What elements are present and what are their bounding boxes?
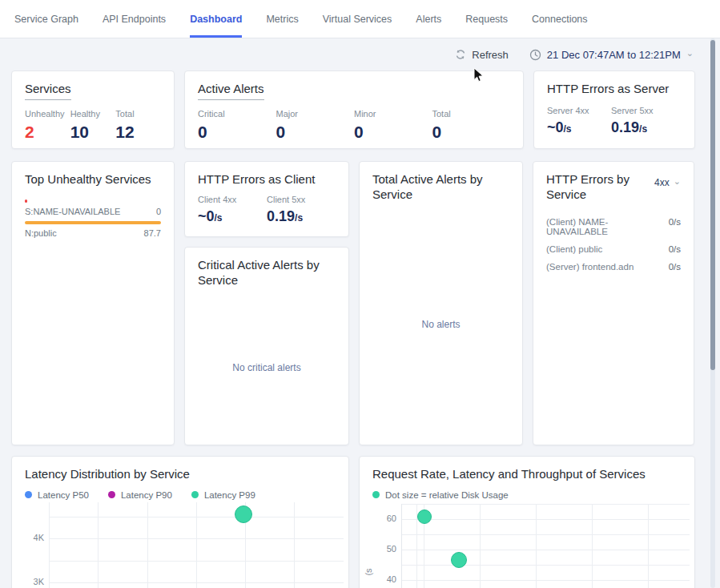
latency-distribution-card: Latency Distribution by Service Latency … <box>11 456 349 588</box>
stat-value: 0 <box>432 123 511 142</box>
tab-api-endpoints[interactable]: API Endpoints <box>103 0 166 38</box>
http-errors-client-card: HTTP Errors as Client Client 4xx ~0/s Cl… <box>184 161 349 237</box>
legend-item-p50[interactable]: Latency P50 <box>25 490 89 500</box>
top-unhealthy-item[interactable]: S:NAME-UNAVAILABLE 0 <box>25 199 161 216</box>
stat-alerts-total: Total 0 <box>432 109 511 142</box>
legend-item-p90[interactable]: Latency P90 <box>108 490 172 500</box>
stat-client-4xx: Client 4xx ~0/s <box>198 195 267 225</box>
stat-value: 0 <box>276 123 355 142</box>
stat-client-5xx: Client 5xx 0.19/s <box>267 195 336 225</box>
error-service-rate: 0/s <box>669 217 681 236</box>
service-score: 87.7 <box>144 228 161 238</box>
clock-icon <box>529 49 541 61</box>
error-service-label: (Server) frontend.adn <box>546 262 634 272</box>
active-alerts-card-title: Active Alerts <box>198 82 264 100</box>
legend-dot <box>191 491 199 498</box>
stat-major: Major 0 <box>276 109 355 142</box>
stat-minor: Minor 0 <box>354 109 432 142</box>
stat-server-5xx: Server 5xx 0.19/s <box>611 106 675 136</box>
error-service-row: (Client) NAME-UNAVAILABLE 0/s <box>546 217 681 236</box>
refresh-label: Refresh <box>472 49 509 61</box>
stat-label: Server 5xx <box>611 106 675 115</box>
stat-label: Client 4xx <box>198 195 267 204</box>
service-name: S:NAME-UNAVAILABLE <box>25 207 120 216</box>
http-errors-server-card: HTTP Errors as Server Server 4xx ~0/s Se… <box>533 70 695 149</box>
scatter-point[interactable] <box>451 552 467 568</box>
error-service-rate: 0/s <box>669 244 681 254</box>
y-axis-tick: 60 <box>369 513 396 523</box>
y-axis-tick: 4K <box>17 533 44 542</box>
chevron-down-icon: ⌄ <box>686 49 694 58</box>
total-alerts-card: Total Active Alerts by Service No alerts <box>359 161 523 445</box>
stat-value: 0 <box>198 123 276 142</box>
stat-label: Critical <box>198 109 276 119</box>
http-errors-client-title: HTTP Errors as Client <box>198 172 336 187</box>
time-range-picker[interactable]: 21 Dec 07:47AM to 12:21PM ⌄ <box>529 49 694 61</box>
stat-value: 10 <box>70 123 116 142</box>
legend-item-disk-usage[interactable]: Dot size = relative Disk Usage <box>372 490 509 500</box>
stat-label: Healthy <box>70 109 116 119</box>
error-service-row: (Client) public 0/s <box>546 244 681 254</box>
stat-value: 0.19/s <box>267 208 336 225</box>
top-unhealthy-title: Top Unhealthy Services <box>25 172 161 187</box>
stat-value: ~0/s <box>198 208 267 225</box>
legend-label: Latency P90 <box>121 490 172 500</box>
tab-service-graph[interactable]: Service Graph <box>14 0 78 38</box>
error-service-rate: 0/s <box>669 262 681 272</box>
stat-label: Server 4xx <box>547 106 611 115</box>
services-card-title: Services <box>25 82 71 100</box>
scatter-point[interactable] <box>235 505 252 523</box>
stat-label: Client 5xx <box>267 195 336 204</box>
stat-critical: Critical 0 <box>198 109 276 142</box>
stat-total: Total 12 <box>115 109 161 142</box>
top-unhealthy-item[interactable]: N:public 87.7 <box>25 221 161 238</box>
stat-value: 0 <box>354 123 432 142</box>
tab-requests[interactable]: Requests <box>465 0 508 38</box>
stat-value: ~0/s <box>547 119 611 136</box>
service-health-bar <box>25 199 27 203</box>
tab-connections[interactable]: Connections <box>532 0 588 38</box>
legend-dot <box>372 491 380 498</box>
stat-healthy: Healthy 10 <box>70 109 116 142</box>
error-type-value: 4xx <box>654 177 670 188</box>
legend-dot <box>108 491 115 498</box>
tab-metrics[interactable]: Metrics <box>266 0 298 38</box>
tab-dashboard[interactable]: Dashboard <box>190 0 242 38</box>
y-axis-tick: 50 <box>369 544 396 554</box>
latency-chart-legend: Latency P50 Latency P90 Latency P99 <box>25 490 336 500</box>
services-card: Services Unhealthy 2 Healthy 10 Total 12 <box>11 70 175 149</box>
stat-value: 0.19/s <box>611 119 675 136</box>
scrollbar-thumb[interactable] <box>710 40 715 370</box>
error-service-label: (Client) NAME-UNAVAILABLE <box>546 217 669 236</box>
refresh-button[interactable]: Refresh <box>455 49 509 61</box>
latency-scatter-plot <box>49 502 344 588</box>
refresh-icon <box>455 49 466 60</box>
latency-chart-title: Latency Distribution by Service <box>25 467 336 482</box>
critical-alerts-title: Critical Active Alerts by Service <box>198 258 326 288</box>
tab-alerts[interactable]: Alerts <box>416 0 441 38</box>
legend-label: Latency P99 <box>204 490 255 500</box>
scatter-point[interactable] <box>417 509 432 524</box>
legend-label: Dot size = relative Disk Usage <box>385 490 509 500</box>
top-unhealthy-card: Top Unhealthy Services S:NAME-UNAVAILABL… <box>11 161 175 445</box>
y-axis-tick: 3K <box>17 577 44 586</box>
total-alerts-title: Total Active Alerts by Service <box>372 172 501 203</box>
tab-virtual-services[interactable]: Virtual Services <box>323 0 392 38</box>
service-score: 0 <box>156 207 161 216</box>
stat-label: Unhealthy <box>25 109 70 119</box>
error-service-label: (Client) public <box>546 244 602 254</box>
http-errors-server-title: HTTP Errors as Server <box>547 82 682 97</box>
error-type-dropdown[interactable]: 4xx ⌄ <box>654 177 681 188</box>
legend-item-p99[interactable]: Latency P99 <box>191 490 255 500</box>
dashboard-toolbar: Refresh 21 Dec 07:47AM to 12:21PM ⌄ <box>0 38 720 70</box>
stat-label: Minor <box>354 109 432 119</box>
stat-value: 12 <box>115 123 161 142</box>
chevron-down-icon: ⌄ <box>674 177 681 186</box>
critical-alerts-card: Critical Active Alerts by Service No cri… <box>184 247 349 445</box>
request-rate-scatter-plot <box>401 504 690 588</box>
stat-label: Major <box>276 109 355 119</box>
service-name: N:public <box>25 228 57 238</box>
y-axis-tick: 40 <box>369 574 396 584</box>
time-range-text: 21 Dec 07:47AM to 12:21PM <box>547 49 681 61</box>
stat-unhealthy: Unhealthy 2 <box>25 109 70 142</box>
